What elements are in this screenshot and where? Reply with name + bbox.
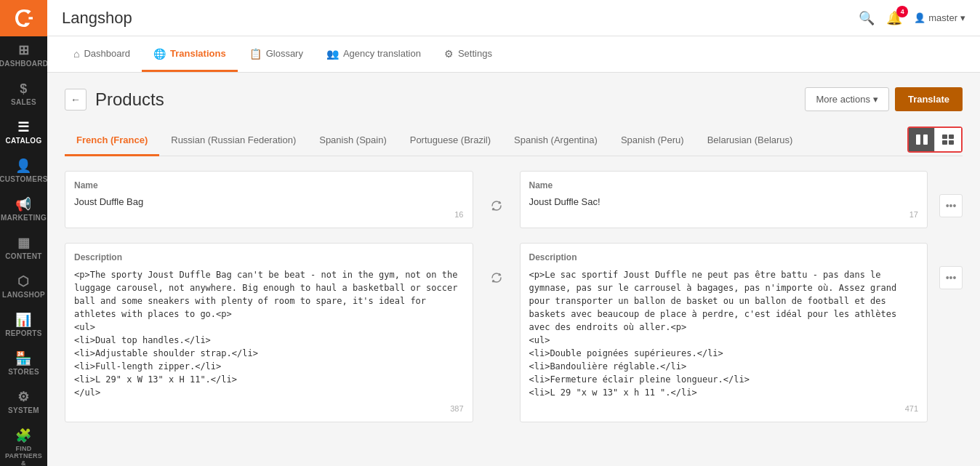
sidebar-item-catalog[interactable]: ☰ Catalog <box>0 113 47 152</box>
more-actions-button[interactable]: More actions ▾ <box>805 87 888 111</box>
lang-tab-spanish-arg-label: Spanish (Argentina) <box>514 134 598 145</box>
page-header-left: ← Products <box>65 89 164 111</box>
dashboard-tab-icon: ⌂ <box>73 48 79 60</box>
name-target-char-count: 17 <box>529 210 919 219</box>
stores-icon: 🏪 <box>15 352 31 365</box>
page-header-right: More actions ▾ Translate <box>805 87 963 111</box>
notification-bell[interactable]: 🔔 4 <box>886 10 902 26</box>
description-target-input-wrap: 471 <box>529 268 919 413</box>
lang-tab-spanish-peru[interactable]: Spanish (Peru) <box>609 126 696 156</box>
sidebar-item-label: Customers <box>0 175 48 183</box>
tab-glossary[interactable]: 📋 Glossary <box>238 38 315 72</box>
more-actions-icon: ▾ <box>873 94 878 105</box>
name-source-input-wrap: 16 <box>74 196 464 219</box>
name-target-label: Name <box>529 180 919 190</box>
name-source-char-count: 16 <box>74 210 464 219</box>
description-target-textarea[interactable] <box>529 268 919 399</box>
more-actions-label: More actions <box>816 94 869 105</box>
system-icon: ⚙ <box>17 390 29 403</box>
lang-tab-russian[interactable]: Russian (Russian Federation) <box>159 126 308 156</box>
tab-glossary-label: Glossary <box>266 48 303 59</box>
sales-icon: $ <box>20 82 27 95</box>
name-more-button[interactable]: ••• <box>939 194 963 217</box>
tab-translations-label: Translations <box>170 48 226 59</box>
dropdown-icon: ▾ <box>960 12 965 23</box>
page-content: ← Products More actions ▾ Translate Fren… <box>47 73 980 466</box>
lang-tab-belarusian-label: Belarusian (Belarus) <box>707 134 793 145</box>
langshop-icon: ⬡ <box>17 275 29 288</box>
sidebar-item-langshop[interactable]: ⬡ Langshop <box>0 268 47 306</box>
tab-dashboard[interactable]: ⌂ Dashboard <box>62 38 142 72</box>
sidebar-item-content[interactable]: ▦ Content <box>0 229 47 268</box>
grid-view-button[interactable] <box>935 128 961 151</box>
tab-agency-label: Agency translation <box>343 48 421 59</box>
name-target-input[interactable] <box>529 196 919 207</box>
name-source-col: Name 16 <box>65 171 473 228</box>
back-button[interactable]: ← <box>65 89 87 111</box>
translations-tab-icon: 🌐 <box>153 48 166 60</box>
lang-tab-portuguese[interactable]: Portuguese (Brazil) <box>398 126 502 156</box>
svg-rect-5 <box>949 140 954 145</box>
user-name: master <box>928 12 957 23</box>
sidebar-item-find[interactable]: 🧩 Find Partners& Extensions <box>0 422 47 466</box>
lang-tab-belarusian[interactable]: Belarusian (Belarus) <box>696 126 805 156</box>
more-dots-icon: ••• <box>946 200 957 212</box>
description-source-textarea[interactable] <box>74 268 464 399</box>
description-source-input-wrap: 387 <box>74 268 464 413</box>
sidebar-item-dashboard[interactable]: ⊞ Dashboard <box>0 36 47 75</box>
name-sync-button[interactable] <box>485 194 508 217</box>
sidebar-item-system[interactable]: ⚙ System <box>0 383 47 422</box>
lang-tabs-row: French (France) Russian (Russian Federat… <box>65 126 963 156</box>
fields-container: Name 16 Name <box>65 171 963 422</box>
search-icon[interactable]: 🔍 <box>859 10 875 26</box>
lang-tab-spanish-peru-label: Spanish (Peru) <box>621 134 684 145</box>
main-content: Langshop 🔍 🔔 4 👤 master ▾ ⌂ Dashboard 🌐 … <box>47 0 980 466</box>
description-more-button[interactable]: ••• <box>939 266 963 289</box>
translate-button[interactable]: Translate <box>895 87 963 111</box>
name-source-input[interactable] <box>74 196 464 207</box>
name-field-row: Name 16 Name <box>65 171 963 228</box>
lang-tab-spanish-arg[interactable]: Spanish (Argentina) <box>502 126 609 156</box>
sidebar-item-stores[interactable]: 🏪 Stores <box>0 345 47 383</box>
name-source-label: Name <box>74 180 464 190</box>
logo[interactable] <box>0 0 47 36</box>
view-toggle <box>907 126 963 153</box>
description-source-char-count: 387 <box>74 404 464 413</box>
split-view-button[interactable] <box>909 128 935 151</box>
tab-settings[interactable]: ⚙ Settings <box>433 38 504 72</box>
lang-tab-spanish-spain[interactable]: Spanish (Spain) <box>308 126 398 156</box>
reports-icon: 📊 <box>15 313 31 326</box>
sidebar-item-label: Stores <box>8 368 39 376</box>
sidebar-item-label: Content <box>5 252 41 260</box>
description-sync-button[interactable] <box>485 266 508 289</box>
svg-rect-2 <box>942 134 947 139</box>
sidebar-item-label: Catalog <box>5 137 41 145</box>
sidebar-item-sales[interactable]: $ Sales <box>0 75 47 113</box>
nav-tabs-bar: ⌂ Dashboard 🌐 Translations 📋 Glossary 👥 … <box>47 36 980 73</box>
tab-settings-label: Settings <box>458 48 492 59</box>
page-header: ← Products More actions ▾ Translate <box>65 87 963 111</box>
customers-icon: 👤 <box>15 159 31 172</box>
lang-tab-spanish-spain-label: Spanish (Spain) <box>319 134 387 145</box>
more-dots-icon: ••• <box>946 272 957 284</box>
settings-tab-icon: ⚙ <box>444 48 454 60</box>
description-source-label: Description <box>74 252 464 262</box>
lang-tab-portuguese-label: Portuguese (Brazil) <box>410 134 491 145</box>
description-source-col: Description 387 <box>65 243 473 422</box>
user-menu[interactable]: 👤 master ▾ <box>914 12 965 23</box>
tab-translations[interactable]: 🌐 Translations <box>142 38 238 72</box>
topbar-actions: 🔍 🔔 4 👤 master ▾ <box>859 10 965 26</box>
notification-badge: 4 <box>896 6 908 17</box>
sidebar-item-customers[interactable]: 👤 Customers <box>0 152 47 190</box>
app-title: Langshop <box>62 9 132 28</box>
lang-tab-french[interactable]: French (France) <box>65 126 159 156</box>
sidebar-item-reports[interactable]: 📊 Reports <box>0 306 47 345</box>
sidebar-item-marketing[interactable]: 📢 Marketing <box>0 190 47 229</box>
svg-rect-1 <box>923 134 928 145</box>
svg-rect-4 <box>942 140 947 145</box>
svg-rect-3 <box>949 134 954 139</box>
description-target-char-count: 471 <box>529 404 919 413</box>
dashboard-icon: ⊞ <box>18 44 29 57</box>
user-icon: 👤 <box>914 12 925 23</box>
tab-agency[interactable]: 👥 Agency translation <box>315 38 433 72</box>
